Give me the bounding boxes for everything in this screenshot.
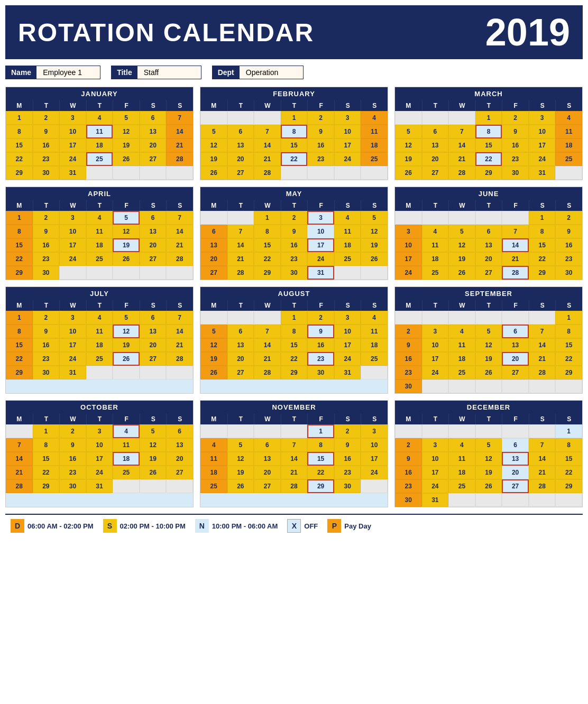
- day-header-cell: T: [227, 200, 254, 211]
- empty-cell: [200, 424, 227, 438]
- day-cell: 1: [529, 211, 556, 225]
- day-cell: 28: [166, 252, 193, 266]
- day-header-cell: F: [113, 100, 140, 111]
- empty-cell: [475, 493, 502, 507]
- day-cell: 23: [307, 352, 334, 366]
- day-cell: 6: [475, 225, 502, 238]
- day-cell: 8: [555, 325, 582, 338]
- day-cell: 1: [475, 111, 502, 125]
- day-header-cell: T: [475, 100, 502, 111]
- day-cell: 22: [6, 152, 33, 166]
- day-cell: 5: [113, 111, 140, 125]
- day-header-cell: S: [334, 100, 361, 111]
- empty-cell: [555, 493, 582, 507]
- day-cell: 7: [281, 438, 308, 452]
- day-cell: 21: [448, 152, 475, 166]
- day-cell: 8: [529, 225, 556, 238]
- day-header-cell: M: [6, 300, 33, 311]
- day-cell: 18: [555, 138, 582, 152]
- day-cell: 28: [166, 352, 193, 366]
- day-header-cell: F: [113, 414, 140, 424]
- day-header-cell: M: [395, 414, 422, 424]
- day-cell: 14: [227, 238, 254, 252]
- empty-cell: [502, 211, 529, 225]
- empty-cell: [448, 379, 475, 393]
- day-cell: 4: [361, 111, 388, 125]
- day-cell: 29: [475, 166, 502, 180]
- empty-cell: [555, 379, 582, 393]
- day-header-cell: S: [334, 300, 361, 311]
- day-cell: 8: [307, 438, 334, 452]
- day-cell: 7: [529, 438, 556, 452]
- day-header-cell: F: [502, 414, 529, 424]
- day-cell: 6: [140, 211, 167, 225]
- day-cell: 18: [448, 466, 475, 479]
- day-cell: 22: [529, 252, 556, 266]
- empty-cell: [448, 424, 475, 438]
- day-cell: 18: [361, 338, 388, 352]
- day-header-cell: S: [166, 300, 193, 311]
- day-cell: 27: [475, 266, 502, 280]
- day-cell: 3: [307, 211, 334, 225]
- day-cell: 17: [395, 252, 422, 266]
- day-header-cell: S: [166, 100, 193, 111]
- day-cell: 10: [59, 125, 86, 138]
- month-march: MARCHMTWTFSS1234567891011121314151617181…: [394, 87, 583, 180]
- day-cell: 12: [475, 338, 502, 352]
- day-cell: 4: [86, 311, 113, 325]
- empty-cell: [113, 479, 140, 493]
- day-cell: 2: [395, 325, 422, 338]
- empty-cell: [113, 366, 140, 379]
- day-header-cell: S: [140, 300, 167, 311]
- day-cell: 5: [448, 225, 475, 238]
- day-cell: 19: [200, 352, 227, 366]
- name-value: Employee 1: [36, 66, 100, 79]
- day-cell: 20: [422, 152, 449, 166]
- empty-cell: [475, 424, 502, 438]
- month-header-0: JANUARY: [6, 87, 193, 100]
- day-cell: 9: [307, 325, 334, 338]
- day-cell: 9: [59, 438, 86, 452]
- day-cell: 29: [254, 266, 281, 280]
- day-cell: 11: [448, 452, 475, 466]
- month-header-4: MAY: [200, 187, 388, 200]
- day-cell: 11: [555, 125, 582, 138]
- day-cell: 14: [166, 225, 193, 238]
- day-cell: 26: [113, 252, 140, 266]
- day-header-cell: M: [395, 300, 422, 311]
- day-cell: 17: [59, 338, 86, 352]
- day-cell: 27: [254, 479, 281, 493]
- day-header-cell: S: [140, 100, 167, 111]
- day-cell: 20: [227, 352, 254, 366]
- day-cell: 22: [555, 466, 582, 479]
- day-cell: 6: [502, 325, 529, 338]
- day-cell: 7: [254, 125, 281, 138]
- empty-cell: [555, 166, 582, 180]
- empty-cell: [200, 211, 227, 225]
- day-cell: 3: [361, 424, 388, 438]
- day-cell: 14: [254, 138, 281, 152]
- day-cell: 13: [227, 338, 254, 352]
- day-cell: 20: [475, 252, 502, 266]
- day-cell: 4: [86, 111, 113, 125]
- empty-cell: [395, 311, 422, 325]
- day-header-cell: T: [227, 300, 254, 311]
- day-header-cell: T: [281, 300, 308, 311]
- day-cell: 28: [227, 266, 254, 280]
- day-cell: 29: [307, 479, 334, 493]
- day-cell: 16: [307, 338, 334, 352]
- month-october: OCTOBERMTWTFSS12345678910111213141516171…: [5, 400, 194, 507]
- month-january: JANUARYMTWTFSS12345678910111213141516171…: [5, 87, 194, 180]
- day-cell: 27: [200, 266, 227, 280]
- day-header-cell: S: [166, 414, 193, 424]
- empty-cell: [361, 479, 388, 493]
- day-cell: 16: [59, 452, 86, 466]
- day-cell: 13: [475, 238, 502, 252]
- day-cell: 5: [361, 211, 388, 225]
- day-cell: 17: [422, 352, 449, 366]
- day-cell: 30: [33, 366, 60, 379]
- day-header-cell: S: [555, 200, 582, 211]
- day-cell: 16: [502, 138, 529, 152]
- day-cell: 24: [59, 352, 86, 366]
- day-cell: 11: [334, 225, 361, 238]
